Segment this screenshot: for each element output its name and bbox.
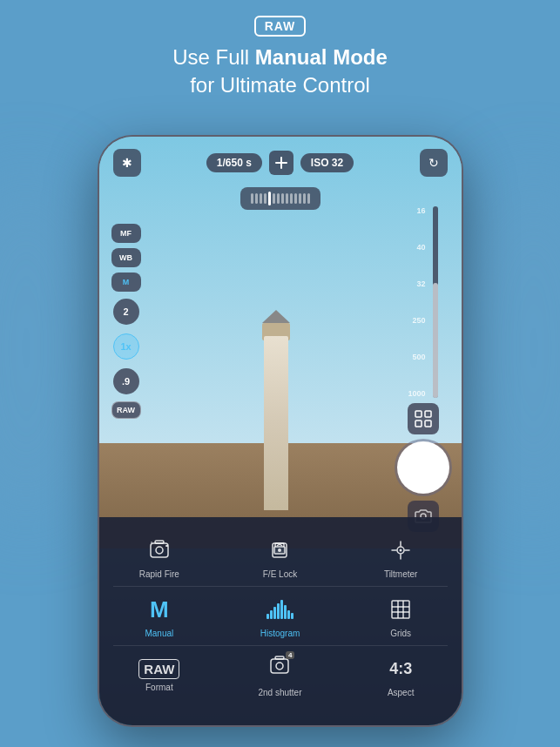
bottom-row-2: M Manual Histogram	[99, 587, 462, 645]
iso-slider[interactable]	[433, 206, 438, 398]
raw-format-icon: RAW	[138, 659, 179, 679]
raw-mode-indicator: RAW	[111, 401, 141, 419]
iso-button[interactable]: ISO 32	[300, 153, 354, 172]
histogram-label: Histogram	[260, 629, 300, 638]
manual-icon: M	[144, 594, 175, 625]
aspect-button[interactable]: 4:3 Aspect	[341, 646, 462, 704]
right-icon-buttons	[397, 403, 449, 532]
grid-toggle-button[interactable]	[408, 403, 439, 434]
svg-rect-11	[151, 542, 152, 543]
svg-rect-9	[155, 541, 164, 543]
zoom-09-button[interactable]: .9	[113, 368, 139, 394]
exposure-button[interactable]	[269, 151, 293, 175]
bg-decoration-left	[0, 174, 105, 522]
histogram-button[interactable]: Histogram	[219, 587, 341, 645]
level-indicator	[240, 187, 320, 210]
manual-label: Manual	[145, 629, 173, 638]
left-controls: MF WB M 2 1x .9 RAW	[111, 224, 141, 419]
fe-lock-icon	[264, 535, 295, 566]
lighthouse-cap	[262, 310, 290, 323]
fe-lock-label: F/E Lock	[263, 569, 297, 579]
zoom-2-button[interactable]: 2	[113, 299, 139, 325]
aspect-icon: 4:3	[385, 653, 416, 684]
svg-rect-5	[425, 421, 431, 427]
2nd-shutter-button[interactable]: 4 2nd shutter	[219, 646, 341, 704]
svg-rect-29	[275, 656, 284, 659]
bottom-row-1: Rapid Fire F/E Lock	[99, 528, 462, 586]
svg-point-8	[156, 547, 163, 554]
2nd-shutter-label: 2nd shutter	[258, 688, 301, 697]
tools-button[interactable]: ✱	[113, 149, 141, 177]
mf-button[interactable]: MF	[111, 224, 141, 243]
camera-top-bar: ✱ 1/650 s ISO 32 ↻	[99, 149, 462, 177]
rapid-fire-icon	[144, 535, 175, 566]
wb-button[interactable]: WB	[111, 248, 141, 267]
grids-label: Grids	[390, 629, 411, 638]
lighthouse-tower	[264, 336, 288, 510]
aspect-label: Aspect	[388, 688, 415, 697]
svg-rect-2	[415, 411, 422, 417]
shutter-button[interactable]	[397, 441, 449, 494]
raw-format-button[interactable]: RAW Format	[99, 646, 220, 704]
svg-rect-3	[425, 411, 431, 417]
right-controls: 16 40 32 250 500 1000	[397, 206, 449, 532]
fe-lock-button[interactable]: F/E Lock	[219, 528, 341, 586]
rapid-fire-button[interactable]: Rapid Fire	[99, 528, 220, 586]
svg-point-28	[276, 663, 283, 670]
m-mode-button[interactable]: M	[111, 273, 141, 292]
svg-rect-22	[392, 601, 409, 618]
rapid-fire-label: Rapid Fire	[139, 569, 179, 579]
tiltmeter-button[interactable]: Tiltmeter	[341, 528, 462, 586]
2nd-shutter-icon: 4	[264, 653, 295, 684]
raw-badge: RAW	[0, 16, 560, 44]
iso-labels: 16 40 32 250 500 1000	[408, 206, 425, 398]
manual-button[interactable]: M Manual	[99, 587, 220, 645]
lighthouse	[233, 284, 320, 510]
svg-rect-10	[165, 545, 168, 547]
histogram-icon	[264, 594, 295, 625]
svg-point-15	[278, 548, 281, 552]
svg-rect-27	[271, 659, 288, 673]
zoom-1x-button[interactable]: 1x	[113, 333, 139, 360]
raw-format-label: Format	[145, 683, 173, 692]
tiltmeter-icon	[385, 535, 416, 566]
headline: Use Full Manual Mode for Ultimate Contro…	[0, 44, 560, 100]
bottom-panel: Rapid Fire F/E Lock	[99, 517, 462, 725]
svg-point-21	[400, 549, 402, 552]
bg-decoration-right	[455, 174, 560, 522]
svg-rect-4	[415, 421, 422, 427]
svg-rect-1	[280, 157, 282, 169]
rotate-button[interactable]: ↻	[420, 149, 448, 177]
top-section: RAW Use Full Manual Mode for Ultimate Co…	[0, 0, 560, 100]
shutter-speed-button[interactable]: 1/650 s	[206, 153, 262, 172]
grids-icon	[385, 594, 416, 625]
grids-button[interactable]: Grids	[341, 587, 462, 645]
tiltmeter-label: Tiltmeter	[384, 569, 418, 579]
bottom-row-3: RAW Format 4 2nd shutter	[99, 646, 462, 704]
svg-rect-7	[151, 543, 168, 557]
phone-frame: ✱ 1/650 s ISO 32 ↻	[98, 135, 463, 727]
